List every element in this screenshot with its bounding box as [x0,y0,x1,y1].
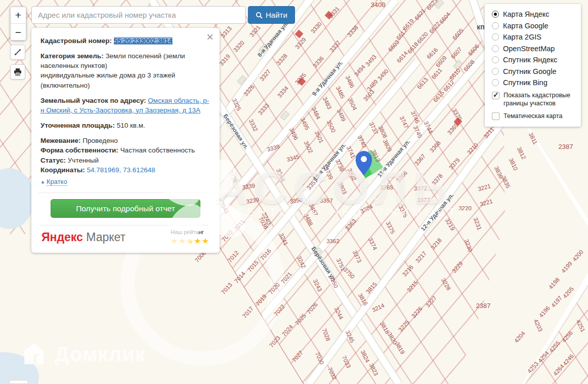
radio-icon[interactable] [492,45,499,52]
status-value: Учтенный [68,157,99,164]
status-label: Статус: [40,157,66,164]
radio-icon[interactable] [492,22,499,29]
search-button-label: Найти [266,11,287,19]
category-row: Категория земель: Земли поселений (земли… [40,51,211,90]
coordinates-value: 54.781969, 73.612648 [87,166,155,174]
status-row: Статус: Учтенный [40,156,211,165]
brief-toggle-link[interactable]: Кратко [47,178,67,186]
search-input[interactable] [31,6,246,24]
ownership-row: Форма собственности: Частная собственнос… [40,145,211,155]
category-extra2: (включительно) [40,82,90,89]
coordinates-row: Координаты: 54.781969, 73.612648 [40,165,211,175]
cadastral-number-value[interactable]: 55:20:233002:3814 [114,37,173,45]
layer-option-2gis-map[interactable]: Карта 2GIS [492,33,575,41]
parcel-number: 3220 [458,205,472,211]
parcel-number: 3377 [414,185,427,191]
surveying-label: Межевание: [40,137,81,144]
rating-block: Наш рейтинг ★★★★★ [171,228,209,245]
layer-option-label: Карта Google [503,22,549,30]
market-brand: Маркет [86,231,125,244]
surveying-row: Межевание: Проведено [40,136,211,145]
layer-option-label: Спутник Яндекс [503,56,557,64]
layer-option-label: Карта Яндекс [503,10,550,18]
toggle-thematic-map[interactable]: Тематическая карта [492,112,575,121]
zoom-control[interactable]: + − [10,7,26,41]
radio-icon[interactable] [492,33,499,41]
print-button[interactable] [10,64,25,80]
layer-option-openstreetmap[interactable]: OpenStreetMap [492,45,575,53]
surveying-value: Проведено [82,137,117,144]
layers-panel: Карта Яндекс Карта Google Карта 2GIS Ope… [485,4,581,127]
address-label: Земельный участок по адресу: [40,97,146,104]
layer-option-google-map[interactable]: Карта Google [492,22,575,30]
checkbox-icon[interactable] [492,112,499,120]
yandex-brand: Яндекс [41,231,83,244]
cadastral-number-label: Кадастровый номер: [40,37,112,45]
area-label: 2387 [476,302,491,310]
parcel-number: 3357 [320,198,333,204]
parcel-info-panel: × Кадастровый номер: 55:20:233002:3814 К… [31,28,220,253]
toggle-cadastral-borders[interactable]: Показать кадастровые границы участков [492,92,575,107]
fullscreen-button[interactable] [10,45,25,60]
detailed-report-button[interactable]: Получить подробный отчет [51,199,200,218]
layer-option-bing-satellite[interactable]: Спутник Bing [492,79,575,87]
area-row: Уточненная площадь: 510 кв.м. [40,121,211,130]
area-label: Уточненная площадь: [40,122,115,129]
category-label: Категория земель: [40,52,104,60]
ownership-value: Частная собственность [120,146,195,154]
yandex-market-row: Яндекс Маркет Наш рейтинг ★★★★★ [40,225,211,246]
parcel-number: 3365 [380,184,393,190]
checkbox-label: Показать кадастровые границы участков [503,92,574,107]
layer-option-yandex-map[interactable]: Карта Яндекс [492,10,575,18]
layer-option-label: OpenStreetMap [503,45,555,53]
category-extra: индивидуальные жилые дома до 3 этажей [40,71,175,79]
parcel-number: 3377 [417,197,430,203]
collapse-triangle-icon: ▲ [40,179,45,184]
area-label: 3400 [371,1,386,9]
checkbox-label: Тематическая карта [503,112,562,121]
brief-row: ▲Кратко [40,177,211,186]
ownership-label: Форма собственности: [40,146,118,154]
printer-icon [14,68,22,76]
rating-label: Наш рейтинг [171,228,204,237]
layer-option-label: Карта 2GIS [503,33,541,41]
radio-icon[interactable] [492,11,499,18]
radio-icon[interactable] [492,68,499,75]
layer-option-label: Спутник Bing [503,79,548,87]
layer-option-google-satellite[interactable]: Спутник Google [492,67,575,75]
coordinates-label: Координаты: [40,166,85,174]
radio-icon[interactable] [492,56,499,63]
hidden-control-sliver [9,380,28,384]
layer-option-label: Спутник Google [503,67,556,75]
search-button[interactable]: Найти [248,6,295,24]
area-label: кп [477,23,484,31]
parcel-number: 3362 [326,238,340,244]
address-row: Земельный участок по адресу: Омская обла… [40,96,211,115]
zoom-in-button[interactable]: + [11,7,26,24]
layer-option-yandex-satellite[interactable]: Спутник Яндекс [492,56,575,64]
rating-stars[interactable]: ★★★★★ [171,237,209,246]
cadastral-number-row: Кадастровый номер: 55:20:233002:3814 [40,36,211,46]
area-label: 2387 [559,143,573,150]
yandex-market-logo[interactable]: Яндекс Маркет [41,229,125,246]
checkbox-checked-icon[interactable] [492,92,499,99]
divider [38,193,213,193]
search-icon [256,12,263,19]
close-icon[interactable]: × [206,31,214,43]
area-value: 510 кв.м. [117,122,145,129]
zoom-out-button[interactable]: − [11,24,26,41]
expand-arrows-icon [14,49,21,56]
radio-icon[interactable] [492,79,499,86]
